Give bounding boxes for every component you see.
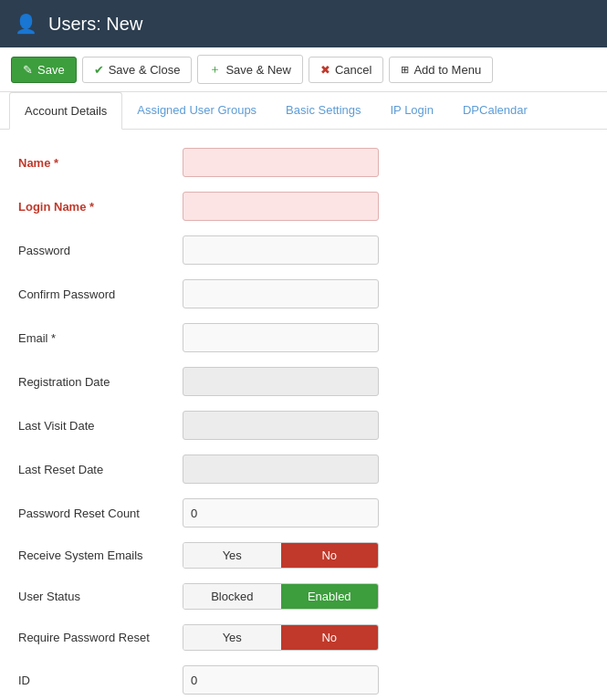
header: 👤 Users: New: [0, 0, 607, 47]
tab-account-details[interactable]: Account Details: [9, 92, 122, 130]
receive-emails-no-button[interactable]: No: [281, 543, 379, 568]
user-status-row: User Status Blocked Enabled: [18, 583, 589, 610]
add-to-menu-button[interactable]: ⊞ Add to Menu: [389, 57, 493, 83]
account-details-form: Name * Login Name * Password Confirm Pas…: [0, 130, 607, 700]
password-reset-count-label: Password Reset Count: [18, 507, 183, 520]
password-row: Password: [18, 235, 589, 265]
cancel-button[interactable]: ✖ Cancel: [309, 57, 383, 83]
check-icon: ✔: [94, 63, 104, 77]
last-reset-row: Last Reset Date: [18, 454, 589, 484]
tab-basic-settings[interactable]: Basic Settings: [271, 92, 375, 130]
save-close-button[interactable]: ✔ Save & Close: [82, 57, 193, 83]
login-name-input[interactable]: [183, 192, 379, 221]
require-password-toggle: Yes No: [183, 624, 379, 651]
user-status-enabled-button[interactable]: Enabled: [281, 584, 379, 609]
email-row: Email *: [18, 323, 589, 352]
user-status-blocked-button[interactable]: Blocked: [183, 584, 281, 609]
id-input[interactable]: [183, 665, 379, 695]
login-name-label: Login Name *: [18, 200, 183, 214]
tab-dp-calendar[interactable]: DPCalendar: [448, 92, 542, 130]
user-status-label: User Status: [18, 590, 183, 603]
save-check-icon: ✎: [23, 63, 33, 77]
email-input[interactable]: [183, 323, 379, 352]
registration-date-label: Registration Date: [18, 375, 183, 389]
password-label: Password: [18, 244, 183, 257]
registration-date-row: Registration Date: [18, 367, 589, 396]
receive-emails-toggle: Yes No: [183, 542, 379, 569]
confirm-password-input[interactable]: [183, 279, 379, 308]
password-reset-count-row: Password Reset Count: [18, 498, 589, 528]
email-label: Email *: [18, 331, 183, 345]
registration-date-input[interactable]: [183, 367, 379, 396]
require-password-yes-button[interactable]: Yes: [183, 625, 281, 650]
save-button[interactable]: ✎ Save: [11, 57, 77, 83]
login-name-row: Login Name *: [18, 192, 589, 221]
cancel-icon: ✖: [320, 63, 330, 77]
receive-emails-yes-button[interactable]: Yes: [183, 543, 281, 568]
page-title: Users: New: [48, 14, 142, 35]
user-status-toggle: Blocked Enabled: [183, 583, 379, 610]
last-reset-input[interactable]: [183, 454, 379, 484]
menu-icon: ⊞: [401, 64, 409, 76]
tab-assigned-user-groups[interactable]: Assigned User Groups: [122, 92, 271, 130]
save-new-button[interactable]: ＋ Save & New: [197, 55, 303, 84]
password-reset-count-input[interactable]: [183, 498, 379, 528]
require-password-label: Require Password Reset: [18, 631, 183, 644]
last-visit-label: Last Visit Date: [18, 419, 183, 433]
user-icon: 👤: [15, 13, 37, 35]
require-password-no-button[interactable]: No: [281, 625, 379, 650]
id-row: ID: [18, 665, 589, 695]
password-input[interactable]: [183, 235, 379, 265]
name-row: Name *: [18, 148, 589, 177]
tab-bar: Account Details Assigned User Groups Bas…: [0, 92, 607, 130]
receive-emails-row: Receive System Emails Yes No: [18, 542, 589, 569]
plus-icon: ＋: [209, 61, 221, 78]
require-password-row: Require Password Reset Yes No: [18, 624, 589, 651]
id-label: ID: [18, 674, 183, 687]
confirm-password-row: Confirm Password: [18, 279, 589, 308]
tab-ip-login[interactable]: IP Login: [375, 92, 447, 130]
name-input[interactable]: [183, 148, 379, 177]
confirm-password-label: Confirm Password: [18, 287, 183, 301]
last-visit-input[interactable]: [183, 411, 379, 440]
toolbar: ✎ Save ✔ Save & Close ＋ Save & New ✖ Can…: [0, 47, 607, 92]
name-label: Name *: [18, 156, 183, 170]
last-visit-row: Last Visit Date: [18, 411, 589, 440]
receive-emails-label: Receive System Emails: [18, 549, 183, 562]
last-reset-label: Last Reset Date: [18, 463, 183, 476]
